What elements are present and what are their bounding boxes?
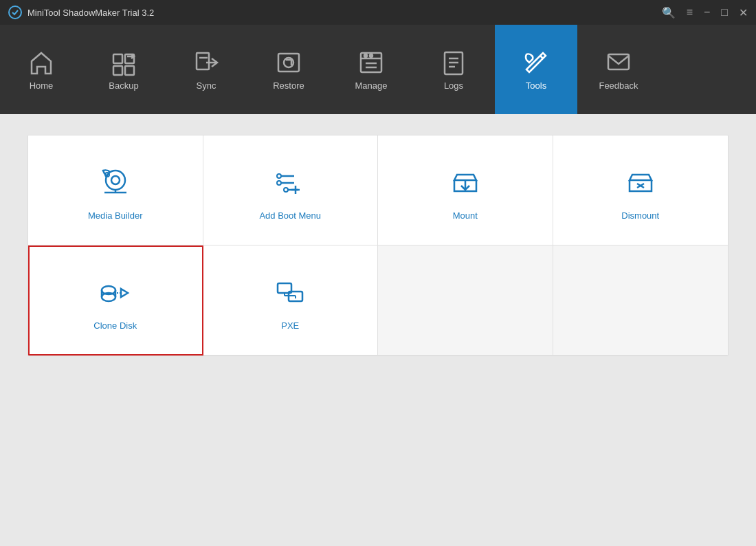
nav-item-backup[interactable]: Backup [82, 25, 165, 114]
window-controls: 🔍 ≡ − □ ✕ [662, 6, 748, 19]
svg-rect-1 [113, 54, 122, 63]
tools-row-1: Media Builder Add Boot Menu [28, 135, 728, 245]
close-icon[interactable]: ✕ [739, 6, 748, 19]
tool-dismount-label: Dismount [621, 210, 659, 221]
media-builder-icon [98, 165, 133, 201]
titlebar: MiniTool ShadowMaker Trial 3.2 🔍 ≡ − □ ✕ [0, 0, 756, 25]
search-icon[interactable]: 🔍 [662, 6, 676, 19]
nav-label-sync: Sync [197, 80, 216, 91]
tool-mount[interactable]: Mount [378, 135, 553, 245]
dismount-icon [623, 165, 658, 201]
app-logo-icon [8, 6, 22, 19]
feedback-icon [605, 49, 632, 76]
tools-container: Media Builder Add Boot Menu [27, 135, 729, 356]
clone-disk-icon [98, 275, 133, 311]
home-icon [27, 49, 55, 76]
add-boot-menu-icon [272, 165, 308, 201]
restore-icon [275, 49, 302, 76]
tool-clone-disk[interactable]: Clone Disk [28, 245, 203, 356]
maximize-icon[interactable]: □ [721, 6, 728, 19]
nav-label-tools: Tools [526, 80, 546, 91]
svg-rect-4 [125, 66, 134, 75]
tool-empty-1 [378, 245, 553, 356]
svg-point-14 [364, 54, 367, 57]
nav-label-backup: Backup [109, 80, 138, 91]
svg-rect-3 [113, 66, 122, 75]
svg-line-20 [540, 56, 543, 58]
tool-pxe[interactable]: PXE [203, 245, 379, 356]
tools-icon [522, 49, 550, 76]
svg-point-30 [277, 181, 281, 185]
svg-rect-5 [197, 53, 209, 69]
tool-add-boot-menu-label: Add Boot Menu [259, 210, 321, 221]
backup-icon [110, 49, 137, 76]
minimize-icon[interactable]: − [704, 6, 710, 19]
svg-rect-8 [278, 54, 299, 72]
nav-item-feedback[interactable]: Feedback [577, 25, 660, 114]
nav-label-logs: Logs [444, 80, 463, 91]
app-title: MiniTool ShadowMaker Trial 3.2 [27, 8, 662, 18]
svg-point-15 [370, 54, 373, 57]
svg-point-0 [9, 6, 21, 19]
tool-clone-disk-label: Clone Disk [93, 320, 137, 331]
nav-label-restore: Restore [273, 80, 304, 91]
nav-label-manage: Manage [355, 80, 388, 91]
svg-point-28 [277, 174, 281, 178]
tool-dismount[interactable]: Dismount [553, 135, 729, 245]
tools-row-2: Clone Disk PXE [28, 245, 728, 356]
nav-label-home: Home [30, 80, 54, 91]
mount-icon [447, 165, 483, 201]
nav-item-manage[interactable]: Manage [330, 25, 412, 114]
nav-item-logs[interactable]: Logs [412, 25, 495, 114]
tool-media-builder[interactable]: Media Builder [28, 135, 203, 245]
logs-icon [440, 49, 467, 76]
tool-mount-label: Mount [453, 210, 478, 221]
navbar: Home Backup Sync Restore [0, 25, 756, 114]
nav-item-sync[interactable]: Sync [165, 25, 247, 114]
tool-empty-2 [553, 245, 729, 356]
pxe-icon [272, 275, 308, 311]
tool-add-boot-menu[interactable]: Add Boot Menu [203, 135, 379, 245]
nav-item-restore[interactable]: Restore [247, 25, 330, 114]
tool-media-builder-label: Media Builder [88, 210, 143, 221]
nav-label-feedback: Feedback [599, 80, 638, 91]
main-content: Media Builder Add Boot Menu [0, 114, 756, 546]
manage-icon [357, 49, 385, 76]
svg-point-32 [284, 188, 288, 192]
menu-icon[interactable]: ≡ [687, 6, 693, 19]
nav-item-tools[interactable]: Tools [495, 25, 577, 114]
nav-item-home[interactable]: Home [0, 25, 82, 114]
sync-icon [192, 49, 220, 76]
svg-rect-21 [608, 54, 629, 69]
tool-pxe-label: PXE [281, 320, 299, 331]
svg-point-23 [111, 176, 120, 184]
